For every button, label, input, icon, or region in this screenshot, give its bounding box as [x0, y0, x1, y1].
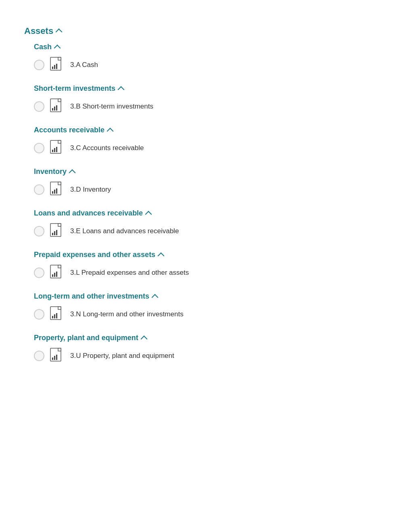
svg-rect-27 [52, 274, 53, 277]
svg-rect-36 [58, 348, 61, 351]
cash-radio[interactable] [34, 60, 44, 70]
subsection-property-plant: Property, plant and equipment 3.U Proper… [24, 334, 396, 364]
svg-rect-22 [52, 233, 53, 235]
svg-rect-39 [56, 355, 57, 360]
subsection-loans-advances: Loans and advances receivable 3.E Loans … [24, 209, 396, 239]
svg-rect-24 [56, 230, 57, 235]
svg-rect-14 [56, 147, 57, 152]
loans-advances-item-row: 3.E Loans and advances receivable [24, 223, 396, 239]
svg-rect-13 [54, 148, 55, 152]
prepaid-expenses-item-row: 3.L Prepaid expenses and other assets [24, 265, 396, 281]
svg-rect-31 [58, 307, 61, 309]
svg-rect-19 [56, 188, 57, 194]
short-term-chevron-icon [119, 86, 124, 92]
svg-rect-38 [54, 356, 55, 360]
long-term-doc-icon [50, 306, 65, 322]
svg-rect-4 [56, 64, 57, 69]
subsection-short-term: Short-term investments 3.B Short-term in… [24, 84, 396, 115]
property-plant-item-row: 3.U Property, plant and equipment [24, 348, 396, 364]
svg-rect-18 [54, 190, 55, 194]
subsection-inventory: Inventory 3.D Inventory [24, 167, 396, 198]
property-plant-radio[interactable] [34, 351, 44, 361]
accounts-receivable-header: Accounts receivable [24, 126, 396, 134]
property-plant-chevron-icon [142, 335, 147, 341]
accounts-receivable-title: Accounts receivable [34, 126, 104, 134]
assets-chevron-icon [56, 28, 62, 34]
svg-rect-17 [52, 191, 53, 194]
long-term-radio[interactable] [34, 309, 44, 320]
property-plant-title: Property, plant and equipment [34, 334, 138, 342]
short-term-doc-icon [50, 98, 65, 115]
cash-item-row: 3.A Cash [24, 57, 396, 73]
short-term-label: 3.B Short-term investments [70, 102, 153, 111]
svg-rect-32 [52, 316, 53, 318]
cash-header: Cash [24, 43, 396, 51]
inventory-doc-icon [50, 182, 65, 198]
svg-rect-29 [56, 272, 57, 277]
long-term-title: Long-term and other investments [34, 292, 149, 301]
svg-rect-6 [58, 99, 61, 102]
svg-rect-3 [54, 65, 55, 69]
accounts-receivable-label: 3.C Accounts receivable [70, 144, 144, 152]
cash-doc-icon [50, 57, 65, 73]
loans-advances-chevron-icon [146, 211, 152, 216]
accounts-receivable-radio[interactable] [34, 143, 44, 153]
svg-rect-2 [52, 67, 53, 69]
svg-rect-1 [58, 57, 61, 60]
svg-rect-7 [52, 108, 53, 111]
accounts-receivable-item-row: 3.C Accounts receivable [24, 140, 396, 156]
svg-rect-9 [56, 105, 57, 111]
long-term-label: 3.N Long-term and other investments [70, 310, 184, 318]
svg-rect-23 [54, 231, 55, 235]
short-term-title: Short-term investments [34, 84, 115, 93]
prepaid-expenses-radio[interactable] [34, 268, 44, 278]
short-term-item-row: 3.B Short-term investments [24, 98, 396, 115]
svg-rect-21 [58, 224, 61, 226]
accounts-receivable-chevron-icon [108, 128, 113, 133]
loans-advances-label: 3.E Loans and advances receivable [70, 227, 179, 235]
loans-advances-title: Loans and advances receivable [34, 209, 143, 217]
loans-advances-header: Loans and advances receivable [24, 209, 396, 217]
inventory-label: 3.D Inventory [70, 186, 111, 194]
cash-label: 3.A Cash [70, 61, 98, 69]
svg-rect-37 [52, 357, 53, 360]
assets-header: Assets [24, 26, 396, 36]
subsection-accounts-receivable: Accounts receivable 3.C Accounts receiva… [24, 126, 396, 156]
property-plant-label: 3.U Property, plant and equipment [70, 352, 174, 360]
short-term-radio[interactable] [34, 101, 44, 112]
accounts-receivable-doc-icon [50, 140, 65, 156]
subsection-long-term: Long-term and other investments 3.N Long… [24, 292, 396, 322]
assets-section: Assets Cash 3.A Cash [24, 26, 396, 364]
prepaid-expenses-chevron-icon [159, 252, 164, 258]
subsection-cash: Cash 3.A Cash [24, 43, 396, 73]
loans-advances-radio[interactable] [34, 226, 44, 236]
long-term-item-row: 3.N Long-term and other investments [24, 306, 396, 322]
svg-rect-26 [58, 265, 61, 268]
inventory-item-row: 3.D Inventory [24, 182, 396, 198]
prepaid-expenses-doc-icon [50, 265, 65, 281]
prepaid-expenses-header: Prepaid expenses and other assets [24, 251, 396, 259]
loans-advances-doc-icon [50, 223, 65, 239]
svg-rect-12 [52, 150, 53, 152]
subsection-prepaid-expenses: Prepaid expenses and other assets 3.L Pr… [24, 251, 396, 281]
property-plant-doc-icon [50, 348, 65, 364]
svg-rect-34 [56, 313, 57, 318]
assets-title: Assets [24, 26, 53, 36]
svg-rect-16 [58, 182, 61, 185]
inventory-header: Inventory [24, 167, 396, 176]
prepaid-expenses-title: Prepaid expenses and other assets [34, 251, 155, 259]
inventory-title: Inventory [34, 167, 67, 176]
short-term-header: Short-term investments [24, 84, 396, 93]
svg-rect-28 [54, 273, 55, 277]
svg-rect-8 [54, 107, 55, 111]
prepaid-expenses-label: 3.L Prepaid expenses and other assets [70, 269, 189, 277]
svg-rect-11 [58, 140, 61, 143]
long-term-chevron-icon [153, 294, 158, 299]
svg-rect-33 [54, 314, 55, 318]
long-term-header: Long-term and other investments [24, 292, 396, 301]
inventory-chevron-icon [70, 169, 75, 175]
cash-title: Cash [34, 43, 52, 51]
inventory-radio[interactable] [34, 184, 44, 195]
cash-chevron-icon [55, 44, 61, 50]
property-plant-header: Property, plant and equipment [24, 334, 396, 342]
